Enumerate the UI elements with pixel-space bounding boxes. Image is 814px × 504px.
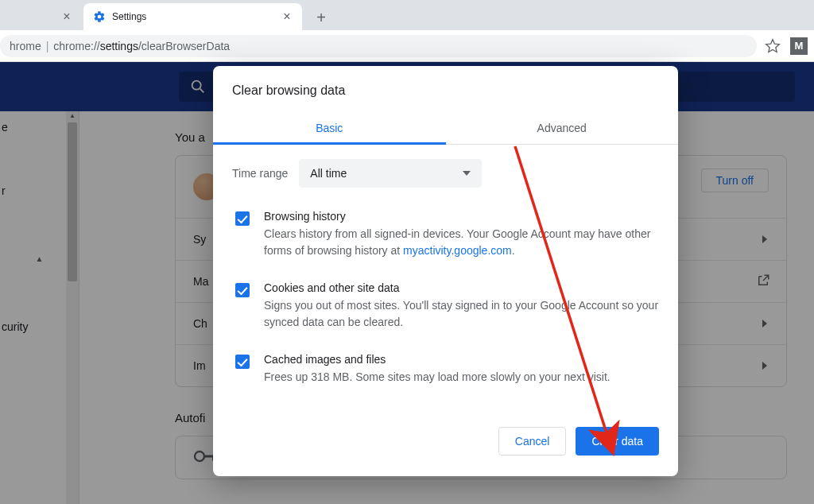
option-desc: Clears history from all signed-in device… — [264, 226, 659, 259]
chevron-down-icon — [463, 171, 471, 176]
options-list: Browsing history Clears history from all… — [213, 202, 678, 409]
tab-advanced[interactable]: Advanced — [446, 112, 679, 144]
url-part: hrome — [10, 40, 41, 52]
cancel-button[interactable]: Cancel — [498, 427, 567, 456]
tab-strip: × Settings × + — [0, 0, 814, 30]
clear-browsing-data-dialog: Clear browsing data Basic Advanced Time … — [213, 66, 678, 476]
clear-data-button[interactable]: Clear data — [576, 427, 659, 456]
option-title: Browsing history — [264, 210, 659, 223]
gear-icon — [93, 10, 106, 23]
time-range-row: Time range All time — [213, 145, 678, 202]
bookmark-star-icon[interactable] — [765, 38, 781, 54]
option-title: Cached images and files — [264, 353, 610, 366]
new-tab-button[interactable]: + — [308, 5, 334, 30]
tab-active-settings[interactable]: Settings × — [83, 3, 302, 30]
tab-basic[interactable]: Basic — [213, 112, 446, 144]
option-cache: Cached images and files Frees up 318 MB.… — [232, 345, 659, 400]
option-desc: Frees up 318 MB. Some sites may load mor… — [264, 369, 610, 386]
time-range-value: All time — [310, 167, 347, 180]
checkbox-cache[interactable] — [235, 355, 250, 369]
option-desc: Signs you out of most sites. You'll stay… — [264, 297, 659, 331]
url-part: /clearBrowserData — [138, 40, 230, 52]
myactivity-link[interactable]: myactivity.google.com — [403, 244, 512, 257]
option-cookies: Cookies and other site data Signs you ou… — [232, 273, 659, 345]
dialog-actions: Cancel Clear data — [213, 409, 678, 476]
checkbox-cookies[interactable] — [235, 283, 250, 297]
dialog-tabs: Basic Advanced — [213, 112, 678, 145]
toolbar: hrome | chrome://settings/clearBrowserDa… — [0, 30, 814, 62]
tab-title: Settings — [112, 11, 281, 22]
tab-inactive[interactable]: × — [0, 3, 83, 30]
url-separator: | — [46, 40, 49, 52]
extension-icon[interactable]: M — [790, 37, 808, 55]
checkbox-browsing-history[interactable] — [235, 211, 250, 226]
url-part: settings — [100, 40, 138, 52]
option-title: Cookies and other site data — [264, 281, 659, 294]
url-part: chrome:// — [53, 40, 99, 52]
dialog-title: Clear browsing data — [213, 66, 678, 112]
time-range-select[interactable]: All time — [299, 159, 482, 188]
close-icon[interactable]: × — [281, 11, 293, 22]
time-range-label: Time range — [232, 167, 288, 180]
address-bar[interactable]: hrome | chrome://settings/clearBrowserDa… — [0, 35, 757, 57]
option-browsing-history: Browsing history Clears history from all… — [232, 202, 659, 273]
close-icon[interactable]: × — [61, 11, 72, 22]
